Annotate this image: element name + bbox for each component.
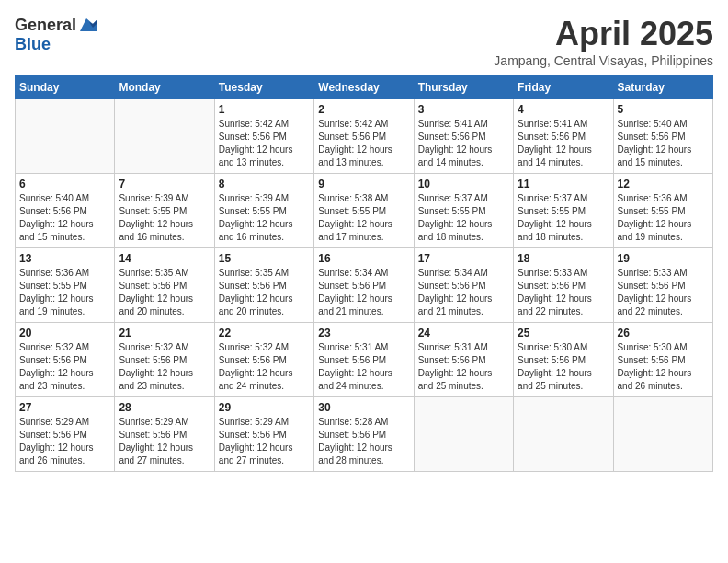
calendar-body: 1Sunrise: 5:42 AM Sunset: 5:56 PM Daylig… [16,99,713,472]
calendar-day-cell: 29Sunrise: 5:29 AM Sunset: 5:56 PM Dayli… [214,397,313,472]
calendar-day-cell: 24Sunrise: 5:31 AM Sunset: 5:56 PM Dayli… [414,323,513,397]
day-number: 11 [518,178,609,190]
header: General Blue April 2025 Jampang, Central… [15,15,713,68]
calendar-day-cell: 2Sunrise: 5:42 AM Sunset: 5:56 PM Daylig… [314,99,414,174]
day-number: 7 [119,178,210,190]
month-title: April 2025 [494,15,713,53]
day-number: 5 [618,103,709,116]
calendar-day-cell: 5Sunrise: 5:40 AM Sunset: 5:56 PM Daylig… [613,99,712,174]
calendar-day-cell: 4Sunrise: 5:41 AM Sunset: 5:56 PM Daylig… [514,99,613,174]
calendar-day-cell: 19Sunrise: 5:33 AM Sunset: 5:56 PM Dayli… [613,248,712,323]
calendar-day-cell: 6Sunrise: 5:40 AM Sunset: 5:56 PM Daylig… [16,174,115,248]
calendar-day-cell: 17Sunrise: 5:34 AM Sunset: 5:56 PM Dayli… [414,248,513,323]
logo-icon [76,15,97,35]
day-number: 28 [119,401,210,414]
day-info: Sunrise: 5:28 AM Sunset: 5:56 PM Dayligh… [318,416,409,467]
day-number: 30 [318,401,409,414]
calendar-day-cell: 8Sunrise: 5:39 AM Sunset: 5:55 PM Daylig… [214,174,313,248]
day-number: 16 [318,252,409,265]
day-info: Sunrise: 5:32 AM Sunset: 5:56 PM Dayligh… [19,341,110,393]
calendar-day-cell: 20Sunrise: 5:32 AM Sunset: 5:56 PM Dayli… [16,323,115,397]
day-number: 23 [318,327,409,339]
calendar-day-cell [414,397,513,472]
day-number: 29 [219,401,310,414]
day-info: Sunrise: 5:39 AM Sunset: 5:55 PM Dayligh… [119,192,210,244]
day-info: Sunrise: 5:39 AM Sunset: 5:55 PM Dayligh… [219,192,310,244]
day-number: 14 [119,252,210,265]
calendar-day-cell: 27Sunrise: 5:29 AM Sunset: 5:56 PM Dayli… [16,397,115,472]
day-info: Sunrise: 5:35 AM Sunset: 5:56 PM Dayligh… [219,267,310,318]
day-number: 22 [219,327,310,339]
calendar-day-cell: 14Sunrise: 5:35 AM Sunset: 5:56 PM Dayli… [115,248,214,323]
day-info: Sunrise: 5:42 AM Sunset: 5:56 PM Dayligh… [318,118,409,169]
calendar-table: SundayMondayTuesdayWednesdayThursdayFrid… [15,75,713,472]
calendar-day-cell [613,397,712,472]
day-number: 13 [19,252,110,265]
day-info: Sunrise: 5:34 AM Sunset: 5:56 PM Dayligh… [318,267,409,318]
day-info: Sunrise: 5:38 AM Sunset: 5:55 PM Dayligh… [318,192,409,244]
weekday-header-row: SundayMondayTuesdayWednesdayThursdayFrid… [16,76,713,99]
day-number: 26 [618,327,709,339]
day-number: 1 [219,103,310,116]
calendar-day-cell: 1Sunrise: 5:42 AM Sunset: 5:56 PM Daylig… [214,99,313,174]
calendar-week-row: 13Sunrise: 5:36 AM Sunset: 5:55 PM Dayli… [16,248,713,323]
calendar-day-cell: 11Sunrise: 5:37 AM Sunset: 5:55 PM Dayli… [514,174,613,248]
day-info: Sunrise: 5:33 AM Sunset: 5:56 PM Dayligh… [618,267,709,318]
day-info: Sunrise: 5:40 AM Sunset: 5:56 PM Dayligh… [618,118,709,169]
day-info: Sunrise: 5:37 AM Sunset: 5:55 PM Dayligh… [418,192,509,244]
weekday-header-cell: Sunday [16,76,115,99]
calendar-day-cell: 25Sunrise: 5:30 AM Sunset: 5:56 PM Dayli… [514,323,613,397]
day-info: Sunrise: 5:41 AM Sunset: 5:56 PM Dayligh… [518,118,609,169]
day-number: 25 [518,327,609,339]
day-info: Sunrise: 5:30 AM Sunset: 5:56 PM Dayligh… [618,341,709,393]
day-info: Sunrise: 5:32 AM Sunset: 5:56 PM Dayligh… [219,341,310,393]
day-number: 10 [418,178,509,190]
calendar-day-cell: 18Sunrise: 5:33 AM Sunset: 5:56 PM Dayli… [514,248,613,323]
day-number: 17 [418,252,509,265]
weekday-header-cell: Monday [115,76,214,99]
day-number: 18 [518,252,609,265]
day-number: 27 [19,401,110,414]
weekday-header-cell: Wednesday [314,76,414,99]
logo-general: General [15,16,76,35]
calendar-day-cell: 28Sunrise: 5:29 AM Sunset: 5:56 PM Dayli… [115,397,214,472]
day-info: Sunrise: 5:34 AM Sunset: 5:56 PM Dayligh… [418,267,509,318]
day-info: Sunrise: 5:29 AM Sunset: 5:56 PM Dayligh… [19,416,110,467]
day-info: Sunrise: 5:33 AM Sunset: 5:56 PM Dayligh… [518,267,609,318]
day-number: 12 [618,178,709,190]
day-info: Sunrise: 5:35 AM Sunset: 5:56 PM Dayligh… [119,267,210,318]
calendar-day-cell: 21Sunrise: 5:32 AM Sunset: 5:56 PM Dayli… [115,323,214,397]
title-area: April 2025 Jampang, Central Visayas, Phi… [494,15,713,68]
day-number: 21 [119,327,210,339]
weekday-header-cell: Tuesday [214,76,313,99]
calendar-week-row: 27Sunrise: 5:29 AM Sunset: 5:56 PM Dayli… [16,397,713,472]
day-info: Sunrise: 5:30 AM Sunset: 5:56 PM Dayligh… [518,341,609,393]
day-info: Sunrise: 5:40 AM Sunset: 5:56 PM Dayligh… [19,192,110,244]
day-info: Sunrise: 5:31 AM Sunset: 5:56 PM Dayligh… [418,341,509,393]
day-info: Sunrise: 5:37 AM Sunset: 5:55 PM Dayligh… [518,192,609,244]
calendar-day-cell: 15Sunrise: 5:35 AM Sunset: 5:56 PM Dayli… [214,248,313,323]
day-info: Sunrise: 5:41 AM Sunset: 5:56 PM Dayligh… [418,118,509,169]
logo-blue: Blue [15,35,51,53]
calendar-day-cell: 30Sunrise: 5:28 AM Sunset: 5:56 PM Dayli… [314,397,414,472]
day-number: 3 [418,103,509,116]
day-info: Sunrise: 5:42 AM Sunset: 5:56 PM Dayligh… [219,118,310,169]
weekday-header-cell: Saturday [613,76,712,99]
calendar-day-cell: 22Sunrise: 5:32 AM Sunset: 5:56 PM Dayli… [214,323,313,397]
logo: General Blue [15,15,97,54]
day-number: 24 [418,327,509,339]
day-number: 2 [318,103,409,116]
day-info: Sunrise: 5:29 AM Sunset: 5:56 PM Dayligh… [219,416,310,467]
calendar-week-row: 1Sunrise: 5:42 AM Sunset: 5:56 PM Daylig… [16,99,713,174]
calendar-day-cell: 16Sunrise: 5:34 AM Sunset: 5:56 PM Dayli… [314,248,414,323]
calendar-day-cell [514,397,613,472]
day-number: 9 [318,178,409,190]
day-number: 6 [19,178,110,190]
calendar-day-cell [115,99,214,174]
calendar-day-cell: 10Sunrise: 5:37 AM Sunset: 5:55 PM Dayli… [414,174,513,248]
location-title: Jampang, Central Visayas, Philippines [494,53,713,68]
calendar-day-cell: 13Sunrise: 5:36 AM Sunset: 5:55 PM Dayli… [16,248,115,323]
weekday-header-cell: Friday [514,76,613,99]
day-info: Sunrise: 5:31 AM Sunset: 5:56 PM Dayligh… [318,341,409,393]
calendar-day-cell: 23Sunrise: 5:31 AM Sunset: 5:56 PM Dayli… [314,323,414,397]
